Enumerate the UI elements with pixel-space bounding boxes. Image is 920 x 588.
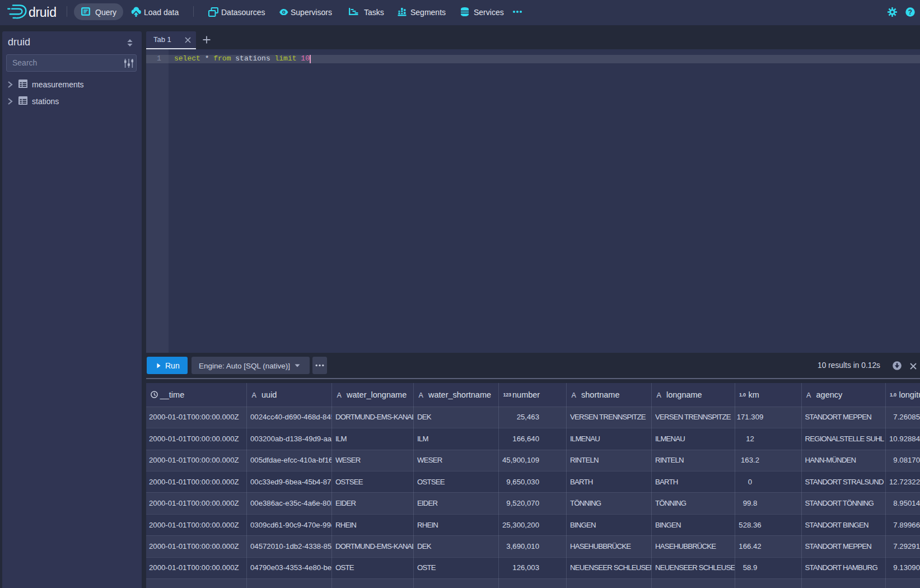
svg-text:?: ? [908, 8, 912, 16]
